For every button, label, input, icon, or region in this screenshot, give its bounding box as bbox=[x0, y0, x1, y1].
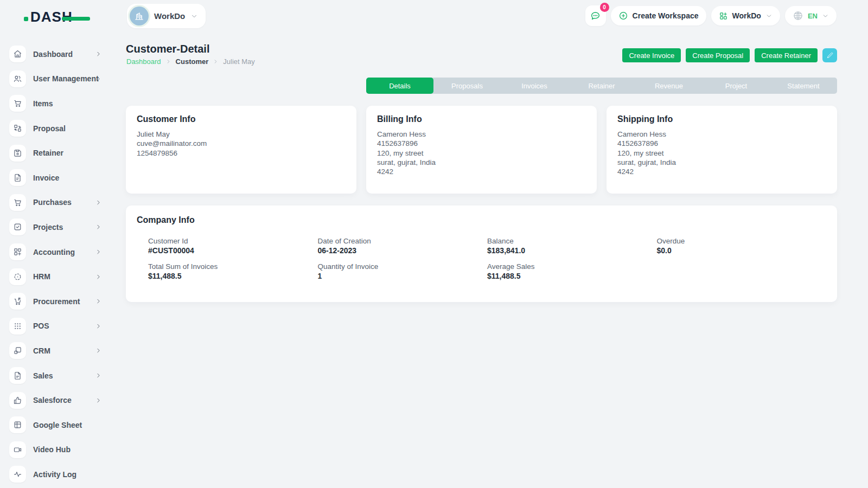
messages-button[interactable]: 0 bbox=[585, 5, 606, 26]
billing-info-card: Billing Info Cameron Hess 4152637896 120… bbox=[366, 106, 597, 194]
chevron-down-icon bbox=[765, 12, 773, 20]
field-quantity-of-invoice: Quantity of Invoice 1 bbox=[318, 262, 488, 280]
activity-pulse-icon bbox=[9, 466, 26, 483]
chevron-right-icon bbox=[95, 372, 102, 379]
pencil-icon bbox=[826, 52, 834, 59]
grid-plus-icon bbox=[9, 243, 26, 260]
overlapping-boxes-icon bbox=[9, 342, 26, 359]
field-balance: Balance $183,841.0 bbox=[487, 237, 657, 255]
grid-plus-icon bbox=[719, 11, 728, 21]
globe-icon bbox=[793, 10, 803, 21]
chevron-right-icon bbox=[95, 347, 102, 354]
workspace-selector[interactable]: WorkDo bbox=[127, 4, 206, 28]
breadcrumb-dashboard-link[interactable]: Dashboard bbox=[126, 57, 161, 66]
sidebar-item-items[interactable]: Items bbox=[0, 91, 114, 116]
sidebar-item-activity-log[interactable]: Activity Log bbox=[0, 462, 114, 487]
edit-customer-button[interactable] bbox=[822, 48, 837, 62]
create-proposal-button[interactable]: Create Proposal bbox=[686, 48, 750, 62]
card-title: Customer Info bbox=[137, 114, 346, 124]
cart-flag-icon bbox=[9, 293, 26, 310]
tab-statement[interactable]: Statement bbox=[770, 78, 837, 94]
thumbs-up-icon bbox=[9, 392, 26, 409]
create-invoice-button[interactable]: Create Invoice bbox=[622, 48, 681, 62]
sidebar-item-video-hub[interactable]: Video Hub bbox=[0, 438, 114, 463]
tab-revenue[interactable]: Revenue bbox=[635, 78, 703, 94]
sidebar-item-accounting[interactable]: Accounting bbox=[0, 240, 114, 265]
field-total-sum-of-invoices: Total Sum of Invoices $11,488.5 bbox=[148, 262, 318, 280]
floppy-disk-icon bbox=[9, 145, 26, 162]
app-logo[interactable]: DASH bbox=[30, 9, 73, 25]
sidebar-item-crm[interactable]: CRM bbox=[0, 338, 114, 363]
page-title: Customer-Detail bbox=[126, 43, 209, 55]
header-actions: 0 Create Workspace WorkDo EN bbox=[585, 0, 837, 31]
sidebar-item-salesforce[interactable]: Salesforce bbox=[0, 388, 114, 413]
cart-icon bbox=[9, 95, 26, 112]
sidebar-item-invoice[interactable]: Invoice bbox=[0, 165, 114, 190]
sidebar-item-google-sheet[interactable]: Google Sheet bbox=[0, 413, 114, 438]
logo-bar bbox=[62, 17, 90, 21]
chevron-right-icon bbox=[213, 59, 219, 65]
customer-info-card: Customer Info Juliet May cuve@mailinator… bbox=[126, 106, 356, 194]
chevron-right-icon bbox=[95, 248, 102, 255]
sidebar: Dashboard User Management Items Proposal… bbox=[0, 42, 114, 487]
sidebar-item-pos[interactable]: POS bbox=[0, 314, 114, 339]
chevron-right-icon bbox=[165, 59, 171, 65]
sidebar-item-hrm[interactable]: HRM bbox=[0, 264, 114, 289]
company-info-grid: Customer Id #CUST00004 Date of Creation … bbox=[148, 237, 826, 280]
field-overdue: Overdue $0.0 bbox=[657, 237, 827, 255]
create-retainer-button[interactable]: Create Retainer bbox=[755, 48, 818, 62]
sidebar-item-sales[interactable]: Sales bbox=[0, 363, 114, 388]
sales-file-icon bbox=[9, 367, 26, 384]
tab-project[interactable]: Project bbox=[703, 78, 770, 94]
chevron-right-icon bbox=[95, 298, 102, 305]
invoice-file-icon bbox=[9, 169, 26, 186]
breadcrumb-customer-link[interactable]: Customer bbox=[176, 57, 209, 66]
customer-email: cuve@mailinator.com bbox=[137, 139, 346, 148]
swap-boxes-icon bbox=[9, 120, 26, 137]
sidebar-item-projects[interactable]: Projects bbox=[0, 215, 114, 240]
language-selector[interactable]: EN bbox=[785, 6, 837, 25]
video-camera-icon bbox=[9, 441, 26, 458]
sidebar-item-retainer[interactable]: Retainer bbox=[0, 140, 114, 165]
chevron-right-icon bbox=[95, 397, 102, 404]
create-workspace-label: Create Workspace bbox=[633, 11, 699, 20]
messages-count-badge: 0 bbox=[600, 3, 609, 12]
sidebar-item-proposal[interactable]: Proposal bbox=[0, 116, 114, 141]
shipping-zip: 4242 bbox=[617, 167, 826, 176]
chevron-right-icon bbox=[95, 323, 102, 330]
info-cards-row: Customer Info Juliet May cuve@mailinator… bbox=[126, 106, 837, 194]
workspace-switcher[interactable]: WorkDo bbox=[711, 6, 780, 25]
card-title: Shipping Info bbox=[617, 114, 826, 124]
tab-proposals[interactable]: Proposals bbox=[433, 78, 501, 94]
tab-invoices[interactable]: Invoices bbox=[501, 78, 568, 94]
field-customer-id: Customer Id #CUST00004 bbox=[148, 237, 318, 255]
chat-icon bbox=[590, 10, 601, 22]
tab-details[interactable]: Details bbox=[366, 78, 433, 94]
billing-name: Cameron Hess bbox=[377, 130, 586, 139]
create-workspace-button[interactable]: Create Workspace bbox=[611, 6, 706, 25]
workspace-avatar bbox=[130, 7, 149, 25]
billing-street: 120, my street bbox=[377, 149, 586, 158]
customer-name: Juliet May bbox=[137, 130, 346, 139]
users-icon bbox=[9, 70, 26, 87]
sidebar-item-user-management[interactable]: User Management bbox=[0, 67, 114, 92]
tab-retainer[interactable]: Retainer bbox=[568, 78, 635, 94]
logo-dot bbox=[24, 17, 28, 21]
billing-city: surat, gujrat, India bbox=[377, 158, 586, 167]
sidebar-item-procurement[interactable]: Procurement bbox=[0, 289, 114, 314]
building-icon bbox=[134, 11, 144, 21]
breadcrumb: Dashboard Customer Juliet May bbox=[126, 57, 255, 66]
sidebar-item-dashboard[interactable]: Dashboard bbox=[0, 42, 114, 67]
field-date-of-creation: Date of Creation 06-12-2023 bbox=[318, 237, 488, 255]
company-info-card: Company Info Customer Id #CUST00004 Date… bbox=[126, 206, 837, 302]
plus-circle-icon bbox=[618, 11, 628, 21]
chevron-right-icon bbox=[95, 273, 102, 280]
workspace-name: WorkDo bbox=[154, 11, 185, 21]
shipping-phone: 4152637896 bbox=[617, 139, 826, 148]
home-icon bbox=[9, 46, 26, 62]
sidebar-item-purchases[interactable]: Purchases bbox=[0, 190, 114, 215]
shipping-info-card: Shipping Info Cameron Hess 4152637896 12… bbox=[607, 106, 837, 194]
chevron-right-icon bbox=[95, 223, 102, 230]
chevron-down-icon bbox=[822, 12, 829, 20]
shipping-city: surat, gujrat, India bbox=[617, 158, 826, 167]
